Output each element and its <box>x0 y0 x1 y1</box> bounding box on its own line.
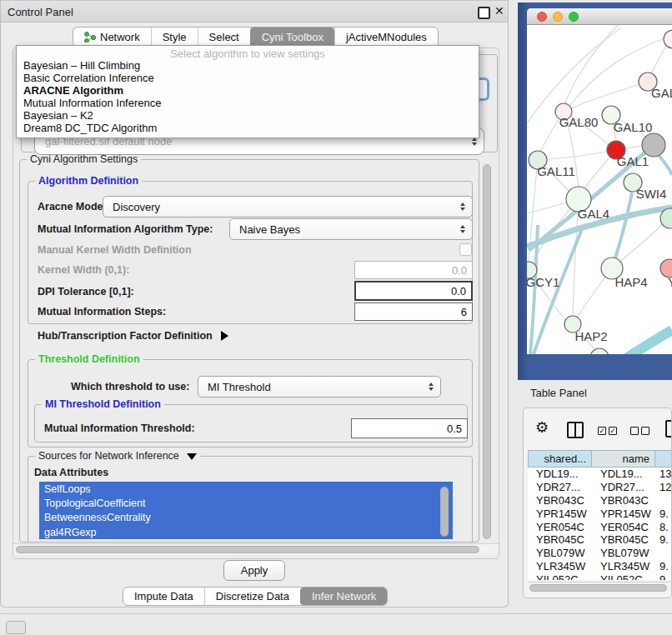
table-horizontal-scrollbar[interactable] <box>529 584 667 592</box>
algorithm-option-basic-correlation-inference[interactable]: Basic Correlation Inference <box>17 72 479 85</box>
algorithm-option-dream8-dc-tdc-algorithm[interactable]: Dream8 DC_TDC Algorithm <box>17 122 479 135</box>
close-traffic-light-icon[interactable] <box>537 12 547 22</box>
hub-definition-toggle[interactable]: Hub/Transcription Factor Definition <box>38 329 228 342</box>
tab-label: jActiveMNodules <box>346 31 427 43</box>
data-attribute-option-gal4rgexp[interactable]: gal4RGexp <box>39 525 453 539</box>
bottom-left-button[interactable] <box>6 621 26 634</box>
tab-cyni-toolbox[interactable]: Cyni Toolbox <box>250 28 334 47</box>
mi-steps-field[interactable]: 6 <box>354 302 473 321</box>
apply-button[interactable]: Apply <box>223 560 285 581</box>
algorithm-popup-prompt: Select algorithm to view settings <box>17 48 479 60</box>
tab-jactivemnodules[interactable]: jActiveMNodules <box>334 28 438 47</box>
column-layout-icon[interactable] <box>567 422 584 438</box>
combo-arrows-icon <box>460 225 465 233</box>
gear-icon[interactable]: ⚙ <box>535 418 549 437</box>
tab-infer-network[interactable]: Infer Network <box>300 588 387 605</box>
network-graph[interactable]: GALGAL80GAL10GAL1GAL11SWI4GAL4GCY1HAP4YH… <box>527 25 672 354</box>
partial-icon[interactable] <box>665 420 672 438</box>
network-view-frame[interactable]: GALGAL80GAL10GAL1GAL11SWI4GAL4GCY1HAP4YH… <box>518 2 672 380</box>
minimize-traffic-light-icon[interactable] <box>553 12 563 22</box>
table-row[interactable]: YBL079WYBL079W <box>528 547 672 560</box>
network-node-label: GAL4 <box>578 207 609 221</box>
table-row[interactable]: YBR045CYBR045C9. <box>528 533 672 547</box>
algorithm-option-bayesian-hill-climbing[interactable]: Bayesian – Hill Climbing <box>17 60 479 72</box>
tab-impute-data[interactable]: Impute Data <box>123 588 204 605</box>
manual-kernel-width-checkbox[interactable] <box>459 243 472 256</box>
table-cell <box>655 494 672 508</box>
network-node-label: GAL11 <box>537 164 575 178</box>
which-threshold-label: Which threshold to use: <box>71 376 189 398</box>
table-cell: YDL19... <box>592 468 655 481</box>
close-icon[interactable]: ✕ <box>494 4 504 18</box>
which-threshold-value: MI Threshold <box>208 381 271 393</box>
column-header-shared[interactable]: shared... <box>528 450 592 468</box>
bottom-tab-bar: Impute DataDiscretize DataInfer Network <box>123 587 388 606</box>
network-window-titlebar[interactable] <box>527 8 672 25</box>
network-node[interactable] <box>664 30 672 48</box>
data-attribute-option-topologicalcoefficient[interactable]: TopologicalCoefficient <box>39 496 453 510</box>
control-panel-titlebar[interactable]: Control Panel ✕ <box>1 1 508 22</box>
dpi-tolerance-field[interactable]: 0.0 <box>354 281 473 301</box>
network-window: GALGAL80GAL10GAL1GAL11SWI4GAL4GCY1HAP4YH… <box>527 8 672 354</box>
tab-discretize-data[interactable]: Discretize Data <box>204 588 300 605</box>
table-cell: YPR145W <box>592 507 655 520</box>
network-node-label: SWI4 <box>636 187 667 201</box>
aracne-mode-combo[interactable]: Discovery <box>103 196 473 218</box>
table-cell: YDL19... <box>528 468 592 481</box>
data-attribute-option-betweennesscentrality[interactable]: BetweennessCentrality <box>39 511 453 525</box>
algorithm-definition-title: Algorithm Definition <box>35 175 142 187</box>
table-row[interactable]: YBR043CYBR043C <box>528 494 672 508</box>
network-edge <box>624 330 672 354</box>
sources-toggle[interactable]: Sources for Network Inference <box>35 450 200 462</box>
tab-label: Cyni Toolbox <box>262 31 323 43</box>
kernel-width-field[interactable]: 0.0 <box>354 261 473 279</box>
algorithm-option-aracne-algorithm[interactable]: ARACNE Algorithm <box>17 85 479 98</box>
table-cell: YLR345W <box>592 560 655 573</box>
data-attribute-option-selfloops[interactable]: SelfLoops <box>39 482 453 496</box>
tab-style[interactable]: Style <box>151 28 198 47</box>
horizontal-scrollbar[interactable] <box>16 546 479 553</box>
table-cell: YBR043C <box>592 494 655 508</box>
which-threshold-combo[interactable]: MI Threshold <box>198 376 441 398</box>
network-node-label: HAP4 <box>614 275 647 289</box>
table-cell: 9. <box>655 560 672 573</box>
table-row[interactable]: YLR345WYLR345W9. <box>528 560 672 573</box>
mi-threshold-field[interactable]: 0.5 <box>351 418 468 438</box>
table-row[interactable]: YDR27...YDR27...12 <box>528 481 672 494</box>
combo-arrows-icon <box>460 202 465 211</box>
table-row[interactable]: YDL19...YDL19...13 <box>528 468 672 481</box>
tab-select[interactable]: Select <box>198 28 250 47</box>
aracne-mode-label: Aracne Mode: <box>38 196 107 218</box>
table-row[interactable]: YIL052CYIL052C9 <box>528 572 672 580</box>
tab-network[interactable]: Network <box>73 28 151 47</box>
zoom-traffic-light-icon[interactable] <box>569 12 579 22</box>
table-cell: YIL052C <box>592 572 655 580</box>
select-all-checkboxes-icon[interactable]: ✓✓ <box>598 427 617 435</box>
column-header-clipped[interactable] <box>655 450 672 468</box>
network-edge <box>565 25 619 103</box>
vertical-scrollbar[interactable] <box>483 164 491 539</box>
table-row[interactable]: YPR145WYPR145W9. <box>528 507 672 520</box>
mi-algorithm-type-value: Naive Bayes <box>239 223 300 236</box>
hub-definition-label: Hub/Transcription Factor Definition <box>38 330 213 342</box>
tab-label: Discretize Data <box>216 590 289 602</box>
algorithm-option-mutual-information-inference[interactable]: Mutual Information Inference <box>17 98 479 110</box>
network-node[interactable] <box>642 133 665 157</box>
network-node[interactable] <box>590 348 609 354</box>
table-cell: YIL052C <box>528 572 592 580</box>
table-cell: YER054C <box>592 520 655 533</box>
clear-checkboxes-icon[interactable] <box>630 427 649 435</box>
column-header-name[interactable]: name <box>592 450 655 468</box>
combo-arrows-icon <box>429 382 434 391</box>
network-node-label: GCY1 <box>527 275 559 289</box>
algorithm-option-bayesian-k2[interactable]: Bayesian – K2 <box>17 110 479 122</box>
attribute-list-scrollbar[interactable] <box>440 487 449 537</box>
tab-label: Style <box>163 31 187 43</box>
mi-algorithm-type-combo[interactable]: Naive Bayes <box>229 218 473 240</box>
network-edge <box>547 150 616 159</box>
table-cell <box>655 547 672 560</box>
float-window-icon[interactable] <box>478 7 490 19</box>
table-row[interactable]: YER054CYER054C8. <box>528 520 672 533</box>
mi-steps-label: Mutual Information Steps: <box>38 302 166 321</box>
table-cell: YBL079W <box>528 547 592 560</box>
